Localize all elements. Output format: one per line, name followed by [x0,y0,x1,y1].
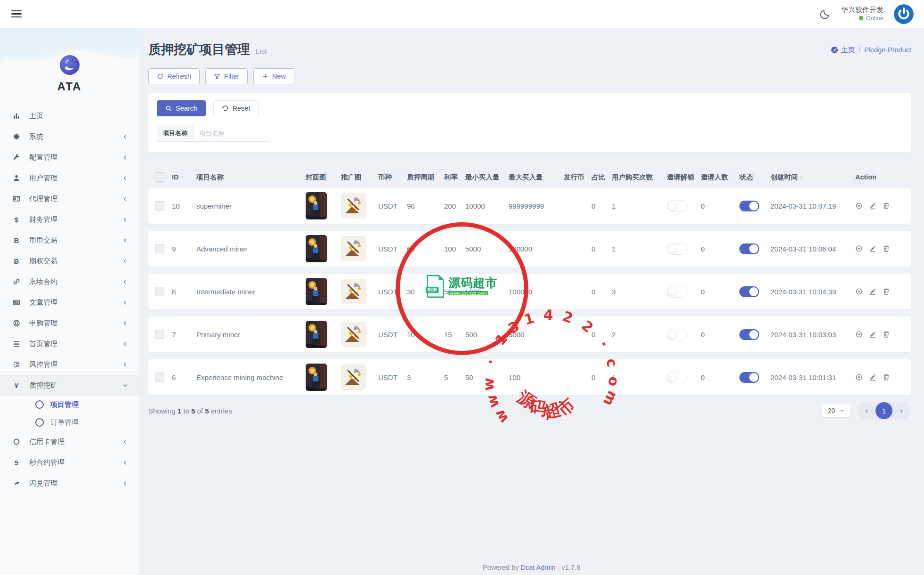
cell-id: 10 [172,202,196,210]
cell-value: 2024-03-31 10:04:39 [770,288,836,296]
sidebar-item-16[interactable]: 闪兑管理 [0,473,139,494]
status-toggle[interactable] [739,243,759,254]
refresh-button[interactable]: Refresh [148,68,200,84]
sort-asc-icon[interactable]: ↑ [181,174,184,181]
delete-button[interactable] [883,373,890,381]
view-button[interactable] [855,288,863,295]
prev-page-button[interactable]: ‹ [859,406,874,415]
row-checkbox[interactable] [155,287,164,296]
select-all-checkbox[interactable] [155,172,164,182]
cover-image[interactable] [306,235,327,262]
view-button[interactable] [855,245,863,252]
delete-button[interactable] [883,331,890,338]
invite-unlock-toggle[interactable] [667,372,688,383]
row-actions [855,331,908,338]
user-name: 华兴软件开发 [841,6,883,15]
view-button[interactable] [855,202,863,210]
cell-value: 0 [592,245,595,253]
circle-icon [35,418,44,427]
dark-mode-moon-icon[interactable] [819,8,831,20]
delete-button[interactable] [883,202,890,210]
promo-image[interactable] [341,193,366,219]
column-header-1: 项目名称 [196,173,306,182]
cell-promo [341,322,378,347]
cover-image[interactable] [306,321,327,348]
sidebar-item-13[interactable]: ¥质押挖矿 [0,375,139,396]
sort-asc-icon[interactable]: ↑ [800,174,803,181]
cell-value: 50 [465,373,473,381]
filter-button[interactable]: Filter [205,68,248,84]
row-checkbox[interactable] [155,373,164,382]
cell-value: 1 [612,202,616,210]
dcat-admin-link[interactable]: Dcat Admin [521,564,556,571]
view-button[interactable] [855,373,863,381]
invite-unlock-toggle[interactable] [667,243,688,255]
next-page-button[interactable]: › [894,406,908,415]
view-button[interactable] [855,331,863,338]
edit-button[interactable] [869,288,876,295]
sidebar-subitem-1[interactable]: 订单管理 [0,413,139,431]
cover-image[interactable] [306,278,327,305]
promo-image[interactable] [341,322,366,347]
eye-icon [855,373,863,381]
delete-button[interactable] [883,245,890,252]
cover-image[interactable] [306,192,327,219]
status-toggle[interactable] [739,286,759,297]
sidebar-item-10[interactable]: 申购管理 [0,313,139,333]
page-1-button[interactable]: 1 [875,402,892,419]
hamburger-menu-icon[interactable] [11,8,22,20]
promo-image[interactable] [341,236,366,261]
new-button[interactable]: New [253,68,294,84]
sidebar-item-11[interactable]: 首页管理 [0,333,139,354]
sidebar-subitem-0[interactable]: 项目管理 [0,396,139,413]
cell-promo [341,364,378,390]
page-size-select[interactable]: 20 [822,404,850,417]
cover-image[interactable] [306,364,327,391]
invite-unlock-toggle[interactable] [667,329,688,340]
sidebar-item-0[interactable]: 主页 [0,105,139,126]
sidebar-item-15[interactable]: 5秒合约管理 [0,452,139,473]
edit-icon [869,288,876,295]
avatar[interactable] [894,4,914,24]
invite-unlock-toggle[interactable] [667,286,688,298]
filter-icon [214,73,220,80]
status-toggle[interactable] [739,201,759,211]
project-name-filter-input[interactable] [193,125,271,142]
breadcrumb-home-link[interactable]: 主页 [831,46,855,55]
cell-value: 10 [407,331,415,339]
brand[interactable]: ATA [0,28,139,93]
sidebar-item-3[interactable]: 用户管理 [0,168,139,188]
edit-button[interactable] [869,202,876,210]
cell-buy-count: 1 [612,245,667,253]
sidebar-item-8[interactable]: 永续合约 [0,271,139,292]
cell-value: 60 [407,245,415,253]
outdent-icon [11,361,22,368]
status-toggle[interactable] [739,329,759,340]
column-header-7: 最小买入量 [465,173,509,182]
reset-button[interactable]: Reset [213,100,259,116]
row-checkbox[interactable] [155,244,164,253]
row-checkbox[interactable] [155,201,164,211]
sidebar-item-1[interactable]: 系统 [0,126,139,147]
edit-button[interactable] [869,331,876,338]
search-button[interactable]: Search [157,100,206,116]
edit-button[interactable] [869,245,876,252]
sidebar-item-4[interactable]: 代理管理 [0,188,139,209]
user-info[interactable]: 华兴软件开发 Online [841,6,883,22]
sidebar-item-7[interactable]: Ƀ期权交易 [0,251,139,271]
sidebar-item-6[interactable]: B币币交易 [0,230,139,251]
promo-image[interactable] [341,364,366,390]
status-toggle[interactable] [739,372,759,383]
sidebar-item-5[interactable]: $财务管理 [0,209,139,230]
sidebar-item-2[interactable]: 配置管理 [0,147,139,168]
column-header-2: 封面图 [306,173,341,182]
cell-id: 8 [172,288,196,296]
delete-button[interactable] [883,288,890,295]
invite-unlock-toggle[interactable] [667,200,688,212]
sidebar-item-9[interactable]: 文章管理 [0,292,139,313]
sidebar-item-12[interactable]: 风控管理 [0,354,139,375]
row-checkbox[interactable] [155,330,164,339]
promo-image[interactable] [341,279,366,304]
sidebar-item-14[interactable]: 信用卡管理 [0,431,139,452]
edit-button[interactable] [869,373,876,381]
